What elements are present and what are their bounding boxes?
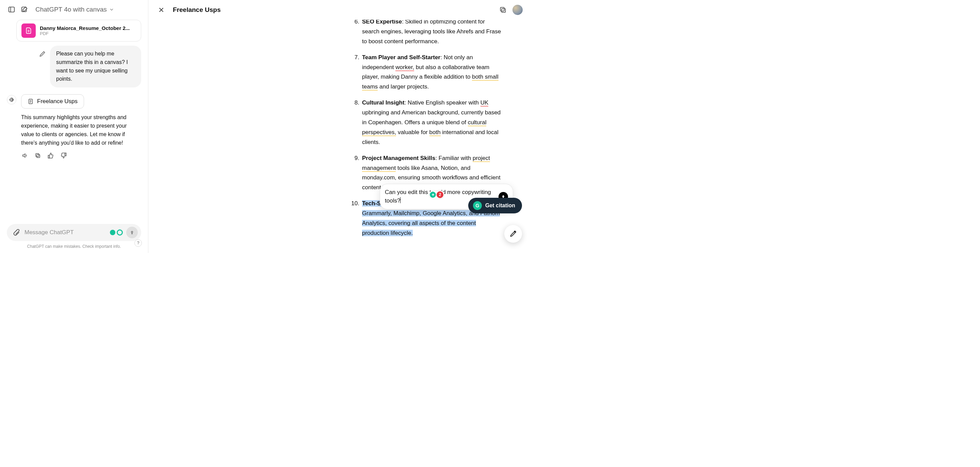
get-citation-button[interactable]: G Get citation bbox=[468, 198, 522, 214]
thumbs-up-button[interactable] bbox=[47, 152, 54, 159]
disclaimer-text: ChatGPT can make mistakes. Check importa… bbox=[7, 244, 141, 250]
model-selector[interactable]: ChatGPT 4o with canvas bbox=[35, 6, 115, 13]
attachment-filetype: PDF bbox=[40, 31, 130, 36]
new-chat-button[interactable] bbox=[20, 5, 29, 14]
read-aloud-button[interactable] bbox=[21, 152, 29, 159]
canvas-edit-fab[interactable] bbox=[504, 225, 522, 243]
canvas-header-right bbox=[498, 5, 523, 15]
copy-stack-icon bbox=[499, 6, 507, 14]
sidebar-icon bbox=[8, 6, 15, 13]
grammar-underline[interactable]: both bbox=[430, 129, 441, 136]
paperclip-icon bbox=[13, 229, 20, 236]
grammarly-logo-icon: G bbox=[473, 201, 482, 210]
item-title: SEO Expertise bbox=[362, 20, 402, 25]
grammarly-indicator[interactable] bbox=[110, 230, 123, 236]
attachment-filename: Danny Maiorca_Resume_October 2... bbox=[40, 25, 130, 31]
assistant-message-row: Freelance Usps This summary highlights y… bbox=[7, 94, 141, 159]
item-text: : Native English speaker with bbox=[404, 99, 480, 106]
item-title: Team Player and Self-Starter bbox=[362, 54, 440, 61]
message-actions bbox=[21, 152, 141, 159]
svg-rect-11 bbox=[37, 155, 40, 158]
item-text: valuable for bbox=[396, 129, 429, 135]
svg-rect-18 bbox=[501, 8, 504, 11]
assistant-message-text: This summary highlights your strengths a… bbox=[21, 113, 141, 147]
user-avatar[interactable] bbox=[512, 5, 523, 15]
canvas-chip[interactable]: Freelance Usps bbox=[21, 94, 84, 108]
grammarly-badge[interactable]: ✦ 2 bbox=[429, 190, 444, 199]
grammar-underline[interactable]: both small bbox=[472, 73, 498, 81]
item-title: Project Management Skills bbox=[362, 155, 435, 161]
arrow-up-icon bbox=[129, 230, 135, 235]
item-title: Cultural Insight bbox=[362, 99, 404, 106]
composer bbox=[7, 224, 141, 241]
speaker-icon bbox=[22, 153, 28, 159]
openai-icon bbox=[9, 97, 14, 102]
attach-button[interactable] bbox=[11, 228, 21, 237]
assistant-body: Freelance Usps This summary highlights y… bbox=[21, 94, 141, 159]
close-canvas-button[interactable] bbox=[156, 5, 166, 14]
canvas-document-scroll[interactable]: SEO Expertise: Skilled in optimizing con… bbox=[148, 20, 531, 253]
canvas-title: Freelance Usps bbox=[173, 6, 221, 14]
svg-rect-13 bbox=[48, 156, 50, 158]
copy-icon bbox=[35, 153, 41, 159]
file-pdf-icon bbox=[21, 24, 36, 38]
thumbs-up-icon bbox=[48, 153, 54, 159]
item-text: : Familiar with bbox=[435, 155, 473, 161]
sidebar-header: ChatGPT 4o with canvas bbox=[0, 0, 148, 18]
svg-rect-0 bbox=[9, 7, 14, 12]
edit-message-button[interactable] bbox=[38, 49, 47, 59]
pencil-icon bbox=[39, 50, 46, 57]
user-message-bubble: Please can you help me summarize this in… bbox=[50, 46, 141, 88]
grammar-underline[interactable]: teams bbox=[362, 83, 378, 91]
grammarly-issue-count: 2 bbox=[437, 191, 443, 198]
canvas-document: SEO Expertise: Skilled in optimizing con… bbox=[315, 20, 531, 253]
svg-rect-14 bbox=[65, 153, 66, 156]
toggle-sidebar-button[interactable] bbox=[7, 5, 16, 14]
spellcheck-underline[interactable]: UK bbox=[480, 99, 488, 107]
model-label: ChatGPT 4o with canvas bbox=[35, 6, 107, 13]
chevron-down-icon bbox=[109, 7, 115, 12]
attachment-card[interactable]: Danny Maiorca_Resume_October 2... PDF bbox=[16, 20, 141, 41]
chat-sidebar: ChatGPT 4o with canvas Danny Maiorca_Res… bbox=[0, 0, 148, 253]
grammarly-icon: ✦ bbox=[430, 191, 436, 198]
get-citation-label: Get citation bbox=[485, 202, 515, 209]
canvas-header: Freelance Usps bbox=[148, 0, 531, 20]
canvas-chip-label: Freelance Usps bbox=[37, 98, 78, 105]
help-button[interactable]: ? bbox=[134, 239, 142, 247]
pencil-plus-icon bbox=[509, 230, 517, 237]
close-icon bbox=[158, 6, 165, 14]
canvas-pane: Freelance Usps SEO Expertise: Skilled in… bbox=[148, 0, 531, 253]
svg-rect-17 bbox=[501, 8, 505, 12]
item-text: and larger projects. bbox=[378, 83, 429, 90]
list-item[interactable]: SEO Expertise: Skilled in optimizing con… bbox=[349, 20, 504, 47]
send-button[interactable] bbox=[126, 227, 138, 238]
spellcheck-underline[interactable]: worker, bbox=[395, 64, 414, 71]
edit-square-icon bbox=[21, 6, 28, 13]
copy-canvas-button[interactable] bbox=[498, 5, 508, 14]
copy-button[interactable] bbox=[34, 152, 41, 159]
attachment-texts: Danny Maiorca_Resume_October 2... PDF bbox=[40, 25, 130, 36]
app-root: ChatGPT 4o with canvas Danny Maiorca_Res… bbox=[0, 0, 531, 253]
composer-input[interactable] bbox=[24, 229, 107, 236]
user-message-text: Please can you help me summarize this in… bbox=[56, 51, 128, 82]
thumbs-down-button[interactable] bbox=[60, 152, 67, 159]
grammarly-ring-icon bbox=[117, 230, 123, 236]
list-item[interactable]: Team Player and Self-Starter: Not only a… bbox=[349, 53, 504, 92]
svg-point-5 bbox=[10, 98, 14, 102]
svg-marker-10 bbox=[23, 154, 25, 158]
user-message-row: Please can you help me summarize this in… bbox=[7, 46, 141, 88]
list-item[interactable]: Cultural Insight: Native English speaker… bbox=[349, 98, 504, 147]
document-icon bbox=[27, 98, 34, 105]
composer-area: ChatGPT can make mistakes. Check importa… bbox=[0, 224, 148, 253]
text-cursor bbox=[400, 197, 401, 203]
grammarly-dot-icon bbox=[110, 230, 115, 235]
svg-rect-12 bbox=[36, 153, 39, 156]
thumbs-down-icon bbox=[60, 153, 67, 159]
assistant-avatar bbox=[7, 95, 16, 105]
conversation-scroll: Danny Maiorca_Resume_October 2... PDF Pl… bbox=[0, 18, 148, 224]
